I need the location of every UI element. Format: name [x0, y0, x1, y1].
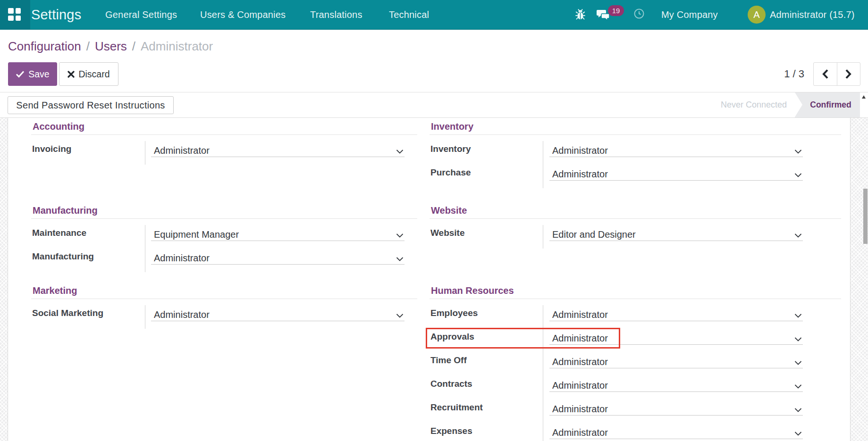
field-label: Employees [430, 308, 478, 318]
field-label: Purchase [430, 167, 471, 178]
group-inventory: Inventory Inventory Administrator Purcha… [430, 121, 841, 188]
field-value: Administrator [552, 145, 608, 156]
status-step-confirmed-label: Confirmed [795, 92, 860, 117]
chevron-down-icon [396, 314, 404, 318]
messages-count-badge[interactable]: 19 [608, 5, 624, 16]
app-title[interactable]: Settings [31, 0, 81, 29]
pager-previous-button[interactable] [814, 63, 837, 85]
field-value: Administrator [552, 333, 608, 344]
company-switcher[interactable]: My Company [661, 0, 718, 29]
pager-counter: 1 / 3 [784, 62, 804, 86]
debug-bug-icon[interactable] [575, 8, 585, 22]
form-view: Send Password Reset Instructions Never C… [0, 92, 868, 441]
group-title: Manufacturing [31, 205, 417, 219]
chevron-down-icon [794, 314, 802, 318]
chevron-right-icon [845, 69, 852, 79]
user-avatar[interactable]: A [748, 6, 766, 24]
group-accounting: Accounting Invoicing Administrator [31, 121, 417, 165]
field-value: Administrator [154, 309, 210, 320]
group-website: Website Website Editor and Designer [430, 205, 841, 249]
inventory-select[interactable]: Administrator [549, 144, 803, 157]
send-password-reset-button[interactable]: Send Password Reset Instructions [8, 96, 174, 114]
field-label: Inventory [430, 144, 471, 154]
purchase-select[interactable]: Administrator [549, 168, 803, 181]
field-row-time-off: Time Off Administrator [430, 352, 841, 376]
user-menu[interactable]: Administrator (15.7) [770, 0, 855, 29]
field-row-manufacturing: Manufacturing Administrator [31, 249, 417, 272]
pager [813, 62, 860, 86]
form-statusbar: Send Password Reset Instructions Never C… [0, 92, 868, 118]
field-label: Approvals [430, 332, 474, 342]
apps-grid-icon [8, 8, 21, 21]
breadcrumb-users[interactable]: Users [95, 39, 127, 53]
field-row-approvals: Approvals Administrator [430, 329, 841, 352]
status-step-confirmed[interactable]: Confirmed [795, 92, 860, 117]
breadcrumb-current: Administrator [141, 39, 213, 53]
field-row-maintenance: Maintenance Equipment Manager [31, 225, 417, 249]
field-value: Administrator [154, 253, 210, 264]
recruitment-select[interactable]: Administrator [549, 403, 803, 416]
save-button[interactable]: Save [8, 62, 57, 86]
menu-translations[interactable]: Translations [310, 0, 362, 29]
group-title: Human Resources [430, 285, 841, 299]
discard-button[interactable]: Discard [59, 62, 118, 86]
field-row-employees: Employees Administrator [430, 305, 841, 329]
chevron-down-icon [794, 432, 802, 436]
website-select[interactable]: Editor and Designer [549, 228, 803, 241]
breadcrumb-configuration[interactable]: Configuration [8, 39, 81, 53]
menu-users-companies[interactable]: Users & Companies [200, 0, 286, 29]
status-step-never-connected[interactable]: Never Connected [721, 92, 787, 117]
contracts-select[interactable]: Administrator [549, 379, 803, 392]
maintenance-select[interactable]: Equipment Manager [151, 228, 405, 241]
field-row-invoicing: Invoicing Administrator [31, 141, 417, 165]
social-marketing-select[interactable]: Administrator [151, 308, 405, 321]
scrollbar-thumb[interactable] [863, 189, 868, 244]
breadcrumb-separator: / [81, 39, 95, 53]
employees-select[interactable]: Administrator [549, 308, 803, 321]
apps-menu-button[interactable] [0, 0, 30, 29]
field-value: Administrator [552, 357, 608, 367]
field-row-purchase: Purchase Administrator [430, 165, 841, 188]
chevron-down-icon [396, 233, 404, 238]
chevron-down-icon [794, 361, 802, 365]
manufacturing-select[interactable]: Administrator [151, 252, 405, 265]
chevron-down-icon [794, 408, 802, 412]
pager-next-button[interactable] [837, 63, 860, 85]
field-value: Administrator [552, 404, 608, 415]
chevron-down-icon [794, 384, 802, 389]
approvals-select[interactable]: Administrator [549, 332, 803, 345]
field-label: Recruitment [430, 402, 483, 413]
vertical-scrollbar [860, 92, 868, 441]
scrollbar-up-arrow[interactable] [862, 95, 866, 99]
field-label: Contracts [430, 379, 472, 389]
check-icon [16, 70, 25, 78]
field-value: Administrator [154, 145, 210, 156]
expenses-select[interactable]: Administrator [549, 426, 803, 439]
field-value: Administrator [552, 380, 608, 391]
group-title: Inventory [430, 121, 841, 135]
group-human-resources: Human Resources Employees Administrator … [430, 285, 841, 441]
chevron-down-icon [794, 173, 802, 177]
field-label: Social Marketing [32, 308, 103, 318]
group-manufacturing: Manufacturing Maintenance Equipment Mana… [31, 205, 417, 272]
field-row-contracts: Contracts Administrator [430, 376, 841, 399]
discard-label: Discard [78, 69, 110, 80]
invoicing-select[interactable]: Administrator [151, 144, 405, 157]
field-label: Invoicing [32, 144, 71, 154]
menu-technical[interactable]: Technical [389, 0, 429, 29]
field-value: Editor and Designer [552, 229, 636, 240]
activities-clock-icon[interactable] [634, 8, 644, 21]
times-icon [67, 71, 75, 78]
chevron-down-icon [396, 257, 404, 261]
chevron-down-icon [396, 150, 404, 154]
breadcrumb: Configuration/Users/Administrator [8, 39, 213, 54]
time-off-select[interactable]: Administrator [549, 356, 803, 368]
group-title: Website [430, 205, 841, 219]
field-row-expenses: Expenses Administrator [430, 423, 841, 441]
field-label: Expenses [430, 426, 472, 436]
menu-general-settings[interactable]: General Settings [105, 0, 177, 29]
chevron-down-icon [794, 337, 802, 341]
chevron-left-icon [822, 69, 829, 79]
field-value: Administrator [552, 169, 608, 180]
chevron-down-icon [794, 233, 802, 238]
